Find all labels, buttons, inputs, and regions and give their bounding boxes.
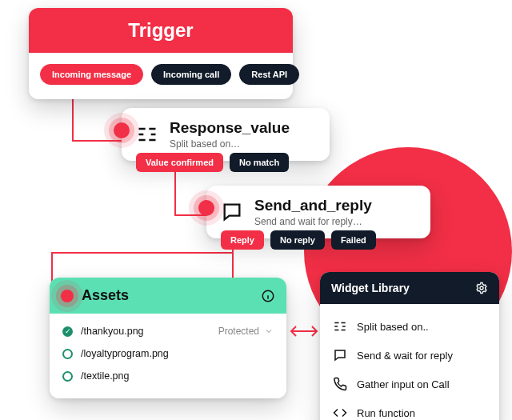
response-title: Response_value (170, 119, 290, 137)
send-subtitle: Send and wait for reply… (254, 216, 372, 227)
asset-row[interactable]: ✓ /thankyou.png Protected (61, 320, 275, 342)
asset-status[interactable]: Protected (218, 326, 274, 337)
response-subtitle: Split based on… (170, 138, 290, 150)
node-marker (61, 290, 74, 302)
asset-row[interactable]: /textile.png (61, 365, 275, 387)
asset-row[interactable]: /loyaltyprogram.png (61, 342, 275, 365)
asset-status-label: Protected (218, 326, 259, 337)
asset-name: /loyaltyprogram.png (81, 348, 169, 359)
radio-icon[interactable] (62, 371, 73, 382)
widget-item-label: Gather input on Call (357, 378, 450, 390)
svg-point-4 (480, 286, 483, 290)
branch-no-reply[interactable]: No reply (270, 230, 325, 250)
asset-name: /thankyou.png (81, 326, 144, 337)
split-icon (333, 319, 347, 334)
assets-title: Assets (82, 287, 129, 304)
widget-library: Widget Library Split based on.. Send & w… (320, 272, 499, 420)
chat-icon (333, 348, 347, 362)
widget-library-title: Widget Library (331, 282, 410, 294)
split-icon (136, 123, 158, 146)
branch-value-confirmed[interactable]: Value confirmed (136, 153, 223, 172)
gear-icon[interactable] (475, 282, 488, 294)
trigger-option-rest-api[interactable]: Rest API (239, 64, 299, 85)
branch-failed[interactable]: Failed (331, 230, 376, 250)
trigger-card: Trigger Incoming message Incoming call R… (29, 8, 293, 99)
trigger-options: Incoming message Incoming call Rest API (29, 53, 293, 99)
phone-icon (333, 377, 347, 391)
flow-canvas: Trigger Incoming message Incoming call R… (0, 0, 512, 420)
chevron-down-icon (264, 326, 274, 336)
double-arrow-icon (290, 325, 318, 338)
branch-no-match[interactable]: No match (230, 153, 289, 172)
node-marker (114, 122, 130, 138)
widget-item-send-wait[interactable]: Send & wait for reply (330, 341, 490, 370)
info-icon[interactable] (261, 289, 275, 303)
widget-item-run-function[interactable]: Run function (330, 398, 490, 420)
widget-item-split[interactable]: Split based on.. (330, 312, 490, 341)
widget-item-label: Split based on.. (357, 321, 429, 333)
connector (174, 170, 176, 214)
branch-reply[interactable]: Reply (221, 230, 264, 250)
asset-name: /textile.png (81, 370, 129, 382)
assets-list: ✓ /thankyou.png Protected /loyaltyprogra… (50, 314, 286, 398)
send-node[interactable]: Send_and_reply Send and wait for reply… … (206, 186, 430, 238)
response-node[interactable]: Response_value Split based on… Value con… (122, 108, 330, 161)
trigger-title: Trigger (29, 8, 293, 53)
widget-item-label: Send & wait for reply (357, 350, 453, 362)
radio-selected-icon[interactable]: ✓ (62, 326, 73, 337)
widget-item-gather-call[interactable]: Gather input on Call (330, 370, 490, 398)
trigger-option-incoming-call[interactable]: Incoming call (151, 64, 231, 85)
send-title: Send_and_reply (254, 197, 372, 214)
chat-icon (221, 201, 243, 223)
trigger-option-incoming-message[interactable]: Incoming message (40, 64, 143, 85)
radio-icon[interactable] (62, 349, 73, 359)
connector (51, 252, 232, 254)
assets-panel: Assets ✓ /thankyou.png Protected (50, 278, 286, 398)
widget-item-label: Run function (357, 407, 415, 419)
node-marker (198, 200, 214, 216)
code-icon (333, 406, 347, 420)
